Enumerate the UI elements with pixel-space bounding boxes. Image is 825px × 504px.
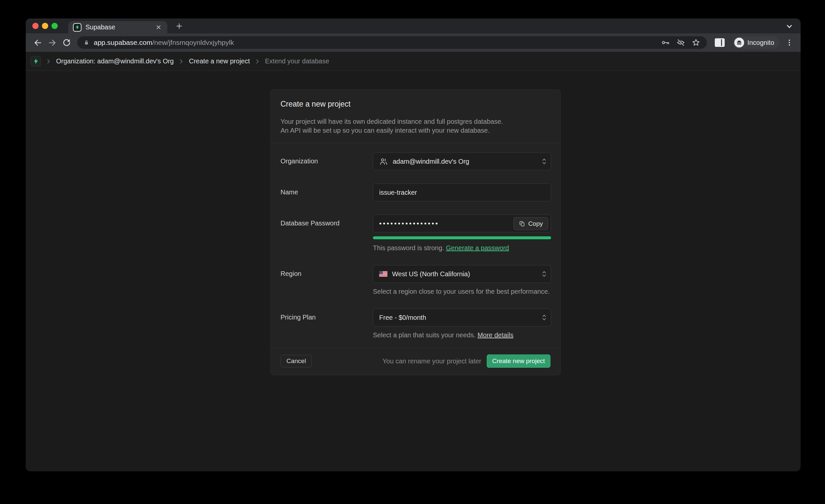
organization-select[interactable]: adam@windmill.dev's Org: [373, 152, 551, 170]
rename-note: You can rename your project later: [382, 357, 481, 365]
incognito-label: Incognito: [747, 39, 774, 47]
new-tab-button[interactable]: [172, 19, 186, 33]
close-window-button[interactable]: [32, 23, 39, 29]
chevron-right-icon: [178, 58, 184, 65]
zoom-window-button[interactable]: [52, 23, 58, 29]
pricing-select[interactable]: Free - $0/month: [373, 309, 551, 327]
breadcrumb-organization[interactable]: Organization: adam@windmill.dev's Org: [56, 57, 173, 65]
tab-search-chevron-icon[interactable]: [785, 22, 793, 30]
name-row: Name issue-tracker: [281, 184, 550, 201]
browser-menu-icon[interactable]: [783, 36, 796, 49]
organization-value: adam@windmill.dev's Org: [393, 158, 469, 165]
region-row: Region: [281, 265, 550, 295]
browser-tab-supabase[interactable]: Supabase: [68, 21, 167, 33]
description-line-1: Your project will have its own dedicated…: [281, 117, 550, 126]
url-text: app.supabase.com/new/jfnsmqoynldvxjyhpyl…: [94, 39, 655, 47]
cancel-button[interactable]: Cancel: [281, 355, 312, 367]
password-strength-message: This password is strong.: [373, 244, 444, 251]
breadcrumb-extend-database: Extend your database: [265, 57, 329, 65]
browser-window: Supabase: [26, 18, 801, 471]
users-icon: [379, 157, 388, 166]
password-strength-bar: [373, 236, 551, 239]
pricing-row: Pricing Plan Free - $0/month: [281, 309, 550, 339]
pricing-helper-text: Select a plan that suits your needs.: [373, 332, 475, 339]
region-helper: Select a region close to your users for …: [373, 288, 551, 295]
incognito-badge[interactable]: Incognito: [733, 36, 779, 49]
generate-password-link[interactable]: Generate a password: [446, 244, 509, 251]
password-label: Database Password: [281, 215, 373, 252]
chevron-right-icon: [45, 58, 52, 65]
copy-button-label: Copy: [528, 220, 543, 227]
desktop-background: Supabase: [0, 0, 825, 504]
project-name-value: issue-tracker: [379, 189, 417, 196]
tab-title: Supabase: [85, 23, 150, 31]
card-body: Organization: [271, 143, 560, 339]
more-details-link[interactable]: More details: [477, 332, 514, 339]
card-header: Create a new project Your project will h…: [271, 90, 560, 143]
traffic-lights: [32, 23, 58, 29]
tab-close-icon[interactable]: [154, 23, 163, 32]
copy-password-button[interactable]: Copy: [514, 217, 548, 230]
lock-icon[interactable]: [83, 39, 90, 46]
select-chevrons-icon: [541, 270, 547, 279]
bookmark-star-icon[interactable]: [691, 38, 701, 48]
password-input[interactable]: •••••••••••••••• Copy: [373, 215, 551, 232]
region-select[interactable]: West US (North California): [373, 265, 551, 283]
password-masked-value: ••••••••••••••••: [379, 219, 439, 227]
page-title: Create a new project: [281, 100, 550, 109]
description-line-2: An API will be set up so you can easily …: [281, 126, 550, 135]
incognito-icon: [734, 38, 744, 48]
us-flag-icon: [379, 271, 387, 277]
passwords-key-icon[interactable]: [661, 38, 671, 48]
pricing-helper: Select a plan that suits your needs. Mor…: [373, 332, 551, 339]
eye-off-icon[interactable]: [676, 38, 686, 48]
create-new-project-button[interactable]: Create new project: [487, 355, 550, 368]
url-domain: app.supabase.com: [94, 39, 152, 46]
create-project-card: Create a new project Your project will h…: [270, 89, 561, 375]
select-chevrons-icon: [541, 157, 547, 166]
password-helper: This password is strong. Generate a pass…: [373, 244, 551, 252]
chevron-right-icon: [254, 58, 261, 65]
pricing-label: Pricing Plan: [281, 309, 373, 339]
page-content: Create a new project Your project will h…: [26, 71, 801, 471]
region-label: Region: [281, 265, 373, 295]
card-description: Your project will have its own dedicated…: [281, 117, 550, 135]
project-name-input[interactable]: issue-tracker: [373, 184, 551, 201]
url-path: /new/jfnsmqoynldvxjyhpylk: [152, 39, 234, 46]
breadcrumb-create-project[interactable]: Create a new project: [189, 57, 250, 65]
address-bar[interactable]: app.supabase.com/new/jfnsmqoynldvxjyhpyl…: [77, 36, 707, 49]
name-label: Name: [281, 184, 373, 201]
select-chevrons-icon: [541, 313, 547, 322]
tab-strip: Supabase: [26, 18, 801, 33]
side-panel-icon[interactable]: [715, 38, 725, 47]
organization-row: Organization: [281, 152, 550, 170]
back-button[interactable]: [30, 35, 45, 50]
region-value: West US (North California): [392, 270, 470, 278]
card-footer: Cancel You can rename your project later…: [271, 348, 560, 375]
minimize-window-button[interactable]: [42, 23, 48, 29]
password-row: Database Password •••••••••••••••• Copy: [281, 215, 550, 252]
organization-label: Organization: [281, 152, 373, 170]
pricing-value: Free - $0/month: [379, 314, 426, 321]
reload-button[interactable]: [59, 35, 74, 50]
browser-toolbar: app.supabase.com/new/jfnsmqoynldvxjyhpyl…: [26, 33, 801, 52]
supabase-favicon-icon: [73, 23, 81, 32]
supabase-logo-icon[interactable]: [31, 56, 41, 66]
breadcrumb: Organization: adam@windmill.dev's Org Cr…: [26, 52, 801, 71]
forward-button[interactable]: [45, 35, 59, 50]
